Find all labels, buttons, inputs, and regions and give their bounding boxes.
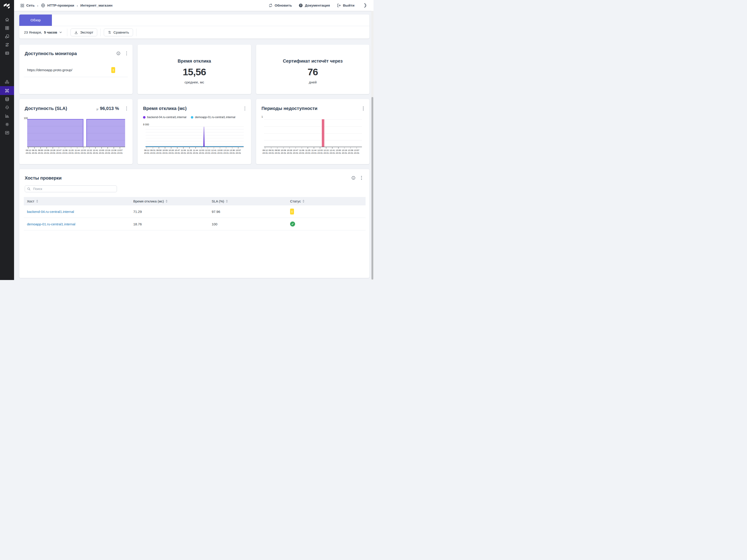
breadcrumb-http-checks[interactable]: HTTP-проверки: [41, 3, 74, 8]
documentation-button[interactable]: ? Документация: [299, 3, 330, 7]
hosts-table-header: Хост Время отклика (мс) SLA (%) Статус: [24, 197, 366, 205]
downtime-bar: [322, 119, 324, 147]
logout-button[interactable]: Выйти: [337, 3, 355, 7]
sla-chart-card: Доступность (SLA) μ96,013 % 100 09:1223-…: [19, 99, 133, 164]
kebab-menu-icon[interactable]: [361, 106, 365, 111]
compare-arrows-icon: [108, 30, 111, 34]
gridlines: [146, 126, 243, 147]
response-ms-cell: 18.76: [133, 222, 212, 226]
sidebar-item-servers[interactable]: [0, 49, 14, 57]
column-header-response-time[interactable]: Время отклика (мс): [133, 199, 212, 203]
column-header-status[interactable]: Статус: [290, 199, 366, 203]
kebab-menu-icon[interactable]: [359, 176, 363, 180]
sla-cell: 100: [212, 222, 290, 226]
response-chart-plot[interactable]: [146, 126, 243, 147]
x-tick-label: 11:2523-01: [69, 147, 74, 155]
x-tick-label: 09:3123-01: [150, 147, 156, 155]
x-tick-label: 13:1923-01: [342, 147, 347, 155]
date-range-label: 23 Января,: [24, 30, 42, 34]
kebab-menu-icon[interactable]: [243, 106, 247, 111]
gridlines: [264, 119, 362, 147]
x-tick-label: 13:0023-01: [217, 147, 223, 155]
breadcrumb-separator: ›: [77, 4, 78, 7]
x-tick-label: 13:0023-01: [99, 147, 104, 155]
legend-item[interactable]: backend-04.ru-central1.internal: [143, 116, 186, 119]
compare-button[interactable]: Сравнить: [104, 29, 133, 36]
certificate-expiry-card: Сертификат истечёт через 76 дней: [256, 45, 369, 94]
card-title: Хосты проверки: [25, 176, 62, 181]
sidebar-item-monitoring[interactable]: [0, 129, 14, 137]
x-tick-label: 12:0323-01: [81, 147, 86, 155]
kebab-menu-icon[interactable]: [124, 51, 129, 56]
table-row: backend-04.ru-central1.internal71.2997.9…: [24, 205, 366, 218]
search-box: [25, 185, 117, 192]
status-ok-badge: ✓: [290, 222, 295, 227]
summary-cards-row: Доступность монитора https://demoapp.pro…: [19, 45, 369, 94]
sidebar-item-home[interactable]: [0, 16, 14, 24]
legend-dot: [143, 116, 146, 119]
app-logo-icon[interactable]: [3, 2, 11, 10]
x-tick-label: 10:2823-01: [169, 147, 174, 155]
refresh-button[interactable]: Обновить: [268, 3, 292, 7]
monitor-url[interactable]: https://demoapp.proto.group/: [27, 68, 72, 72]
downtime-chart-plot[interactable]: [264, 119, 362, 147]
sidebar-item-database[interactable]: [0, 95, 14, 103]
sidebar-item-devices[interactable]: [0, 32, 14, 41]
sidebar-item-settings[interactable]: [0, 120, 14, 129]
monitor-url-row: https://demoapp.proto.group/ !: [24, 63, 128, 77]
svg-text:?: ?: [300, 4, 302, 7]
breadcrumb-network[interactable]: Сеть: [20, 3, 35, 7]
x-tick-label: 13:3823-01: [348, 147, 353, 155]
date-range-select[interactable]: 23 Января, 5 часов: [22, 30, 64, 34]
x-tick-label: 09:5023-01: [38, 147, 43, 155]
host-link[interactable]: backend-04.ru-central1.internal: [27, 210, 74, 213]
x-tick-label: 10:0923-01: [44, 147, 49, 155]
tab-overview[interactable]: Обзор: [19, 15, 52, 26]
sla-chart-plot[interactable]: [27, 119, 125, 147]
sla-downtime-gap: [83, 119, 87, 147]
x-tick-label: 10:4723-01: [175, 147, 180, 155]
card-title: Периоды недоступности: [261, 106, 317, 111]
x-tick-label: 09:5023-01: [156, 147, 162, 155]
table-row: demoapp-01.ru-central1.internal18.76100✓: [24, 218, 366, 230]
globe-icon: [41, 3, 45, 8]
info-icon[interactable]: [117, 51, 120, 55]
kebab-menu-icon[interactable]: [124, 106, 129, 111]
scrollbar-thumb[interactable]: [371, 97, 373, 280]
x-tick-label: 12:4123-01: [330, 147, 335, 155]
toolbar-divider: [100, 29, 101, 36]
breadcrumb-current-page[interactable]: Интернет_магазин: [80, 3, 112, 7]
x-axis: 09:1223-0109:3123-0109:5023-0110:0923-01…: [27, 147, 125, 155]
host-link[interactable]: demoapp-01.ru-central1.internal: [27, 222, 75, 226]
info-icon[interactable]: [352, 176, 355, 180]
theme-toggle[interactable]: [362, 3, 367, 8]
sidebar-item-statistics[interactable]: [0, 112, 14, 120]
legend-item[interactable]: demoapp-01.ru-central1.internal: [191, 116, 235, 119]
x-tick-label: 11:0623-01: [181, 147, 186, 155]
header-actions: Обновить ? Документация Выйти: [268, 3, 367, 8]
sidebar-item-cluster[interactable]: [0, 78, 14, 86]
x-tick-label: 10:4723-01: [293, 147, 299, 155]
logout-icon: [337, 3, 341, 7]
sidebar-nav-bottom: [0, 78, 14, 137]
sidebar-item-network-checks[interactable]: [0, 86, 14, 95]
search-input[interactable]: [33, 187, 114, 191]
export-button[interactable]: Экспорт: [71, 29, 97, 36]
column-header-sla[interactable]: SLA (%): [212, 199, 290, 203]
x-tick-label: 10:4723-01: [56, 147, 62, 155]
sidebar-item-billing[interactable]: $: [0, 41, 14, 49]
column-header-host[interactable]: Хост: [27, 199, 133, 203]
sidebar-item-dashboard[interactable]: [0, 24, 14, 32]
sort-icon: [36, 200, 38, 203]
chevron-down-icon: [59, 31, 62, 34]
tabs-toolbar-panel: Обзор 23 Января, 5 часов Экспорт: [19, 15, 369, 39]
x-tick-label: 12:2223-01: [324, 147, 329, 155]
status-warning-badge: !: [111, 67, 115, 73]
x-tick-label: 10:2823-01: [287, 147, 292, 155]
sidebar-item-alerts[interactable]: [0, 103, 14, 112]
sort-icon: [166, 200, 168, 203]
hosts-card: Хосты проверки Хост Время о: [19, 169, 369, 278]
card-title: Доступность монитора: [25, 51, 77, 56]
x-tick-label: 12:4123-01: [211, 147, 217, 155]
toolbar-divider: [136, 29, 136, 36]
